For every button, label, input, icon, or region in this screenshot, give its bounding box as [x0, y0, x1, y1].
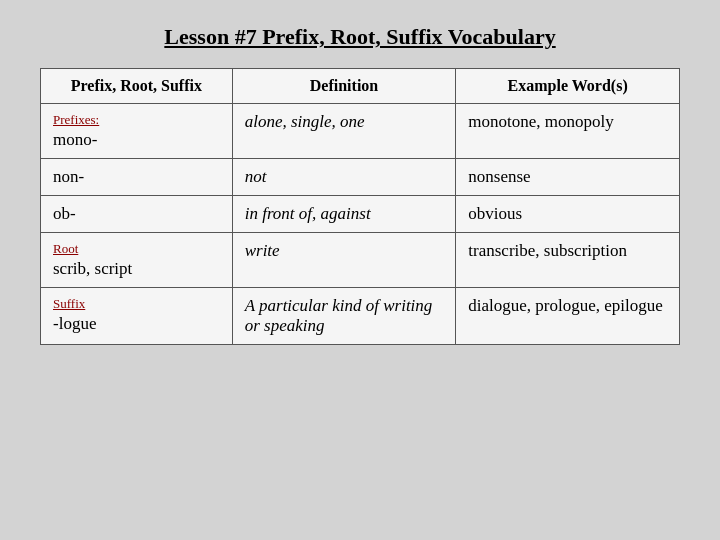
table-row: Rootscrib, scriptwritetranscribe, subscr…	[41, 233, 680, 288]
example-cell: dialogue, prologue, epilogue	[456, 288, 680, 345]
header-definition: Definition	[232, 69, 456, 104]
example-cell: nonsense	[456, 159, 680, 196]
definition-text: in front of, against	[245, 204, 371, 223]
term-label: Root	[53, 241, 220, 257]
vocabulary-table: Prefix, Root, Suffix Definition Example …	[40, 68, 680, 345]
definition-cell: A particular kind of writing or speaking	[232, 288, 456, 345]
example-cell: obvious	[456, 196, 680, 233]
term-main: non-	[53, 167, 84, 186]
table-body: Prefixes:mono-alone, single, onemonotone…	[41, 104, 680, 345]
term-main: mono-	[53, 130, 97, 149]
definition-text: alone, single, one	[245, 112, 365, 131]
table-row: Prefixes:mono-alone, single, onemonotone…	[41, 104, 680, 159]
term-cell: non-	[41, 159, 233, 196]
term-cell: Rootscrib, script	[41, 233, 233, 288]
header-example: Example Word(s)	[456, 69, 680, 104]
example-cell: monotone, monopoly	[456, 104, 680, 159]
term-label: Prefixes:	[53, 112, 220, 128]
definition-cell: not	[232, 159, 456, 196]
example-text: nonsense	[468, 167, 530, 186]
example-text: transcribe, subscription	[468, 241, 627, 260]
term-main: -logue	[53, 314, 96, 333]
term-cell: Prefixes:mono-	[41, 104, 233, 159]
table-row: ob-in front of, againstobvious	[41, 196, 680, 233]
definition-cell: write	[232, 233, 456, 288]
example-text: obvious	[468, 204, 522, 223]
term-main: scrib, script	[53, 259, 132, 278]
definition-cell: in front of, against	[232, 196, 456, 233]
definition-text: A particular kind of writing or speaking	[245, 296, 433, 335]
term-cell: ob-	[41, 196, 233, 233]
slide-container: Lesson #7 Prefix, Root, Suffix Vocabular…	[0, 0, 720, 540]
table-header-row: Prefix, Root, Suffix Definition Example …	[41, 69, 680, 104]
example-cell: transcribe, subscription	[456, 233, 680, 288]
slide-title: Lesson #7 Prefix, Root, Suffix Vocabular…	[164, 24, 555, 50]
term-label: Suffix	[53, 296, 220, 312]
definition-text: write	[245, 241, 280, 260]
term-cell: Suffix-logue	[41, 288, 233, 345]
example-text: dialogue, prologue, epilogue	[468, 296, 663, 315]
definition-cell: alone, single, one	[232, 104, 456, 159]
term-main: ob-	[53, 204, 76, 223]
example-text: monotone, monopoly	[468, 112, 613, 131]
table-row: Suffix-logueA particular kind of writing…	[41, 288, 680, 345]
header-prefix: Prefix, Root, Suffix	[41, 69, 233, 104]
definition-text: not	[245, 167, 267, 186]
table-row: non-notnonsense	[41, 159, 680, 196]
